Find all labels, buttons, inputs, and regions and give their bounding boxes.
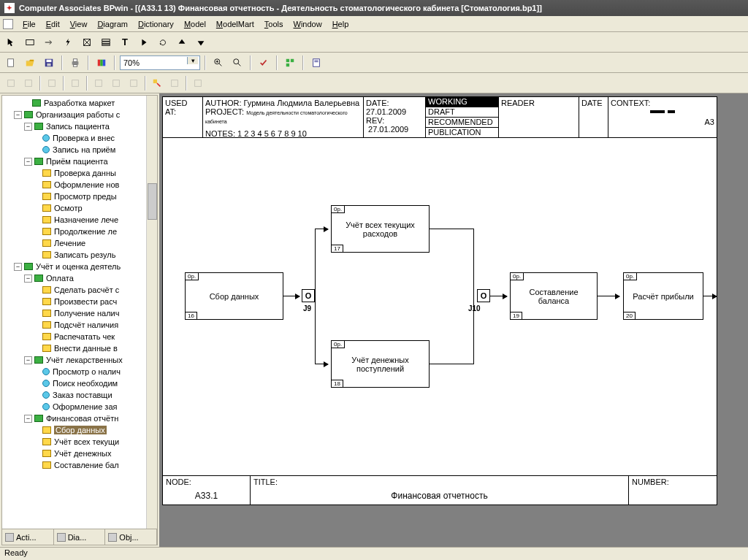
menu-dictionary[interactable]: Dictionary: [133, 18, 179, 30]
palette-button[interactable]: [94, 55, 110, 71]
tree-node[interactable]: Распечатать чек: [4, 331, 156, 342]
tree-node[interactable]: Просмотр о налич: [4, 366, 156, 377]
expand-icon[interactable]: −: [24, 123, 32, 131]
tree-node[interactable]: Поиск необходим: [4, 377, 156, 389]
print-button[interactable]: [67, 55, 83, 71]
tree-node[interactable]: Сбор данных: [4, 424, 156, 436]
tree-node[interactable]: Осмотр: [4, 202, 156, 214]
tree-node[interactable]: Просмотр преды: [4, 191, 156, 202]
play-tool[interactable]: [136, 34, 152, 50]
expand-icon[interactable]: −: [14, 111, 22, 119]
lightning-tool[interactable]: [60, 34, 76, 50]
expand-icon[interactable]: −: [24, 415, 32, 423]
menu-edit[interactable]: Edit: [41, 18, 65, 30]
menu-file[interactable]: File: [18, 18, 41, 30]
mm-1[interactable]: [3, 75, 19, 91]
tree-node[interactable]: Составление бал: [4, 459, 156, 471]
tree-node[interactable]: Оформление нов: [4, 179, 156, 191]
box-uchet-rashodov[interactable]: 0р.17 Учёт всех текущих расходов: [331, 205, 430, 253]
box-sbor-dannyh[interactable]: 0р.16 Сбор данных: [185, 272, 283, 320]
menu-window[interactable]: Window: [289, 18, 327, 30]
svg-rect-29: [131, 80, 137, 86]
box-balans[interactable]: 0р.19 Составление баланса: [510, 272, 598, 320]
check-button[interactable]: [256, 55, 272, 71]
text-tool[interactable]: T: [117, 34, 133, 50]
menu-tools[interactable]: Tools: [259, 18, 289, 30]
tree-node[interactable]: Внести данные в: [4, 342, 156, 354]
tree-node[interactable]: Получение налич: [4, 307, 156, 319]
tree-node[interactable]: −Учёт лекарственных: [4, 354, 156, 366]
mm-8[interactable]: [167, 75, 183, 91]
mm-5[interactable]: [91, 75, 107, 91]
save-button[interactable]: [41, 55, 57, 71]
rotate-tool[interactable]: [155, 34, 171, 50]
zoom-in-button[interactable]: [210, 55, 226, 71]
open-button[interactable]: [22, 55, 38, 71]
box-pribyl[interactable]: 0р.20 Расчёт прибыли: [623, 272, 703, 320]
tree-node[interactable]: Произвести расч: [4, 296, 156, 307]
tree-node[interactable]: Лечение: [4, 237, 156, 249]
expand-icon[interactable]: −: [24, 356, 32, 364]
tree-node[interactable]: Разработка маркет: [4, 97, 156, 109]
junction-j10[interactable]: O: [477, 289, 490, 302]
menu-diagram[interactable]: Diagram: [92, 18, 133, 30]
referent-tool[interactable]: [79, 34, 95, 50]
tree-node[interactable]: Записать резуль: [4, 249, 156, 261]
tree-scrollbar[interactable]: [146, 96, 157, 529]
tree-node[interactable]: Проверка и внес: [4, 132, 156, 144]
tree-label: Учёт и оценка деятель: [36, 262, 121, 271]
new-button[interactable]: [3, 55, 19, 71]
tree-node[interactable]: −Приём пациента: [4, 156, 156, 167]
tree-node[interactable]: Оформление зая: [4, 401, 156, 413]
tree-node[interactable]: −Запись пациента: [4, 120, 156, 132]
tree-node[interactable]: Назначение лече: [4, 214, 156, 226]
tab-objects[interactable]: Obj...: [105, 529, 157, 545]
tree-node[interactable]: Заказ поставщи: [4, 389, 156, 401]
tree-node[interactable]: −Учёт и оценка деятель: [4, 261, 156, 272]
tree-node[interactable]: Продолжение ле: [4, 226, 156, 237]
tree-node[interactable]: Учёт всех текущи: [4, 436, 156, 448]
expand-icon[interactable]: −: [24, 158, 32, 166]
datastore-tool[interactable]: [98, 34, 114, 50]
expand-icon[interactable]: −: [14, 263, 22, 271]
mm-6[interactable]: [108, 75, 124, 91]
zoom-fit-button[interactable]: [229, 55, 245, 71]
tree-node[interactable]: Подсчёт наличия: [4, 319, 156, 331]
zoom-combo[interactable]: 70%: [120, 55, 200, 70]
arrow-tool[interactable]: [41, 34, 57, 50]
tree-node[interactable]: −Организация работы с: [4, 109, 156, 120]
mm-editor[interactable]: [149, 75, 165, 91]
tree-node[interactable]: Сделать расчёт с: [4, 284, 156, 296]
tree-node[interactable]: −Финансовая отчётн: [4, 413, 156, 424]
tree-node[interactable]: Проверка данны: [4, 167, 156, 179]
mm-9[interactable]: [190, 75, 206, 91]
diagram-canvas-area[interactable]: USED AT: AUTHOR: Гурмина Людмила Валерье…: [159, 93, 748, 547]
mm-2[interactable]: [20, 75, 37, 91]
mm-3[interactable]: [44, 75, 60, 91]
menu-help[interactable]: Help: [327, 18, 354, 30]
tab-diagrams[interactable]: Dia...: [54, 529, 106, 545]
menu-modelmart[interactable]: ModelMart: [211, 18, 259, 30]
report-button[interactable]: [308, 55, 324, 71]
scrollbar-thumb[interactable]: [148, 183, 157, 220]
down-tool[interactable]: [193, 34, 209, 50]
mm-4[interactable]: [67, 75, 83, 91]
junction-j9[interactable]: O: [302, 289, 315, 302]
menu-model[interactable]: Model: [179, 18, 211, 30]
tree-view[interactable]: Разработка маркет−Организация работы с−З…: [2, 96, 157, 529]
tree-node[interactable]: −Оплата: [4, 272, 156, 284]
up-tool[interactable]: [174, 34, 190, 50]
mm-7[interactable]: [126, 75, 142, 91]
box-uchet-postupleniy[interactable]: 0р.18 Учёт денежных поступлений: [331, 340, 430, 388]
act-icon: [24, 111, 33, 118]
menu-view[interactable]: View: [65, 18, 93, 30]
svg-rect-25: [49, 80, 56, 86]
tree-node[interactable]: Учёт денежных: [4, 448, 156, 459]
activity-box-tool[interactable]: [22, 34, 38, 50]
pointer-tool[interactable]: [3, 34, 19, 50]
tab-activities[interactable]: Acti...: [2, 529, 54, 545]
expand-icon[interactable]: −: [24, 275, 32, 283]
tree-node[interactable]: Запись на приём: [4, 144, 156, 156]
tree-label: Проверка данны: [54, 169, 116, 177]
model-explorer-button[interactable]: [282, 55, 298, 71]
